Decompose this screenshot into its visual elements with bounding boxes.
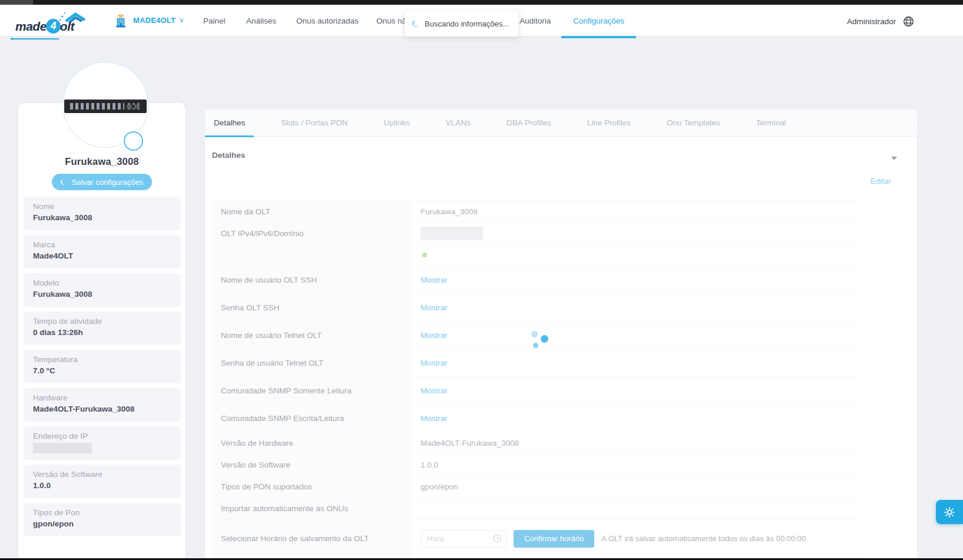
row-label: Nome de usuário OLT SSH <box>212 266 411 293</box>
row-value: gpon/epon <box>411 476 863 497</box>
mostrar-link[interactable]: Mostrar <box>421 303 448 312</box>
info-card-hardware: HardwareMade4OLT-Furukawa_3008 <box>24 388 181 422</box>
nav-item-auditoria[interactable]: Auditoria <box>519 16 551 25</box>
info-value: 7.0 °C <box>33 366 171 375</box>
row-value: Mostrar <box>411 266 863 293</box>
info-label: Nome <box>33 202 171 211</box>
nav-item-onus-autorizadas[interactable]: Onus autorizadas <box>296 16 359 25</box>
time-input-wrapper <box>421 530 507 548</box>
info-value: Made4OLT <box>33 251 171 260</box>
mostrar-link[interactable]: Mostrar <box>421 359 448 367</box>
info-label: Tempo de atividade <box>33 317 171 326</box>
mostrar-link[interactable]: Mostrar <box>421 276 448 284</box>
window-top-edge <box>0 0 963 5</box>
info-label: Modelo <box>33 279 171 287</box>
info-card-temperatura: Temperatura7.0 °C <box>24 350 181 383</box>
redacted-value-block <box>421 227 483 240</box>
info-card-marca: MarcaMade4OLT <box>24 235 181 269</box>
tab-slots-portas-pon[interactable]: Slots / Portas PON <box>272 110 356 137</box>
info-label: Temperatura <box>33 355 171 364</box>
info-card-versao-de-software: Versão de Software1.0.0 <box>24 465 181 498</box>
info-label: Hardware <box>33 393 171 402</box>
value-text: Made4OLT-Furukawa_3008 <box>421 439 519 448</box>
mostrar-link[interactable]: Mostrar <box>421 386 448 395</box>
row-label: Versão de Hardware <box>212 432 411 453</box>
info-card-modelo: ModeloFurukawa_3008 <box>24 273 181 307</box>
redacted-ip-value <box>33 443 92 453</box>
row-label: Nome de usuário Telnet OLT <box>212 322 411 349</box>
table-row-olt-ipv4-ipv6-dominio: OLT IPv4/IPv6/Domínio <box>212 223 863 244</box>
logo-made: made <box>15 19 47 34</box>
olt-device-chassis <box>64 100 147 113</box>
settings-fab[interactable] <box>936 500 963 524</box>
edit-link[interactable]: Editar <box>871 177 891 185</box>
table-row-comunidade-snmp-escrita-leitura: Comunidade SNMP Escrita/LeituraMostrar <box>212 405 863 432</box>
row-value <box>411 223 863 244</box>
mostrar-link[interactable]: Mostrar <box>421 414 448 423</box>
logo-circle-4: 4 <box>46 19 61 34</box>
nav-item-painel[interactable]: Painel <box>203 16 226 25</box>
row-value <box>411 244 863 266</box>
org-selector[interactable]: MADE4OLT ∨ <box>113 12 184 28</box>
value-text: Furukawa_3008 <box>421 207 478 216</box>
tab-line-profiles[interactable]: Line Profiles <box>578 110 640 137</box>
table-row-senha-de-usuario-telnet-olt: Senha de usuário Telnet OLTMostrar <box>212 349 863 377</box>
table-row-comunidade-snmp-somente-leitura: Comunidade SNMP Somente LeituraMostrar <box>212 377 863 405</box>
save-config-label: Salvar configurações <box>72 178 143 187</box>
made4olt-logo[interactable]: made4olt <box>15 13 92 34</box>
info-value: 0 dias 13:26h <box>33 328 171 337</box>
row-value: Mostrar <box>411 294 863 321</box>
info-card-nome: NomeFurukawa_3008 <box>24 197 181 230</box>
table-row-versao-de-software: Versão de Software1.0.0 <box>212 454 863 476</box>
info-value: 1.0.0 <box>33 481 171 490</box>
collapse-chevron-icon[interactable] <box>891 157 897 160</box>
value-text: 1.0.0 <box>421 460 438 469</box>
row-value: Mostrar <box>411 322 863 349</box>
row-label: Senha OLT SSH <box>212 294 411 321</box>
details-table: Nome da OLTFurukawa_3008OLT IPv4/IPv6/Do… <box>212 200 863 558</box>
info-value: gpon/epon <box>33 519 171 528</box>
globe-language-icon[interactable] <box>903 16 914 29</box>
tab-onu-templates[interactable]: Onu Templates <box>658 110 729 137</box>
auto-save-note: A OLT irá salvar automaticamente todos o… <box>601 534 806 543</box>
nav-item-configuracoes[interactable]: Configurações <box>573 16 624 25</box>
row-value: 1.0.0 <box>411 454 863 475</box>
row-label: Senha de usuário Telnet OLT <box>212 349 411 376</box>
row-value: Furukawa_3008 <box>411 201 863 222</box>
tab-vlans[interactable]: VLANs <box>437 110 479 137</box>
row-value: Mostrar <box>411 349 863 376</box>
mostrar-link[interactable]: Mostrar <box>421 331 448 340</box>
status-dot-online <box>422 253 427 257</box>
row-label: Comunidade SNMP Escrita/Leitura <box>212 405 411 432</box>
clock-icon <box>493 534 502 545</box>
row-label <box>212 244 411 266</box>
nav-item-analises[interactable]: Análises <box>246 16 276 25</box>
info-value: Made4OLT-Furukawa_3008 <box>33 405 171 413</box>
save-config-button[interactable]: Salvar configurações <box>52 174 152 190</box>
logo-text: made4olt <box>15 19 74 34</box>
row-label: Tipos de PON suportados <box>212 476 411 497</box>
tab-detalhes[interactable]: Detalhes <box>205 110 254 137</box>
row-label: Nome da OLT <box>212 201 411 222</box>
row-value: Made4OLT-Furukawa_3008 <box>411 432 863 453</box>
row-label: Versão de Software <box>212 454 411 475</box>
info-card-tipos-de-pon: Tipos de Pongpon/epon <box>24 503 181 536</box>
olt-config-panel: DetalhesSlots / Portas PONUplinksVLANsDB… <box>205 110 917 560</box>
org-name: MADE4OLT <box>133 16 176 25</box>
row-value <box>411 498 863 519</box>
chevron-down-icon: ∨ <box>179 16 184 24</box>
info-label: Versão de Software <box>33 470 171 479</box>
spinner-icon <box>60 178 67 185</box>
tab-dba-profiles[interactable]: DBA Profiles <box>498 110 560 137</box>
value-text: gpon/epon <box>421 482 458 491</box>
olt-summary-panel: Furukawa_3008 Salvar configurações NomeF… <box>18 103 186 560</box>
gear-icon <box>943 506 956 519</box>
tab-uplinks[interactable]: Uplinks <box>375 110 419 137</box>
building-icon <box>113 12 128 28</box>
logo-underline <box>13 38 59 39</box>
tab-terminal[interactable]: Terminal <box>747 110 795 137</box>
section-title: Detalhes <box>212 151 245 160</box>
confirm-time-button[interactable]: Confirmar horário <box>514 530 594 548</box>
table-row-nome-de-usuario-olt-ssh: Nome de usuário OLT SSHMostrar <box>212 266 863 294</box>
row-value: Mostrar <box>411 405 863 432</box>
